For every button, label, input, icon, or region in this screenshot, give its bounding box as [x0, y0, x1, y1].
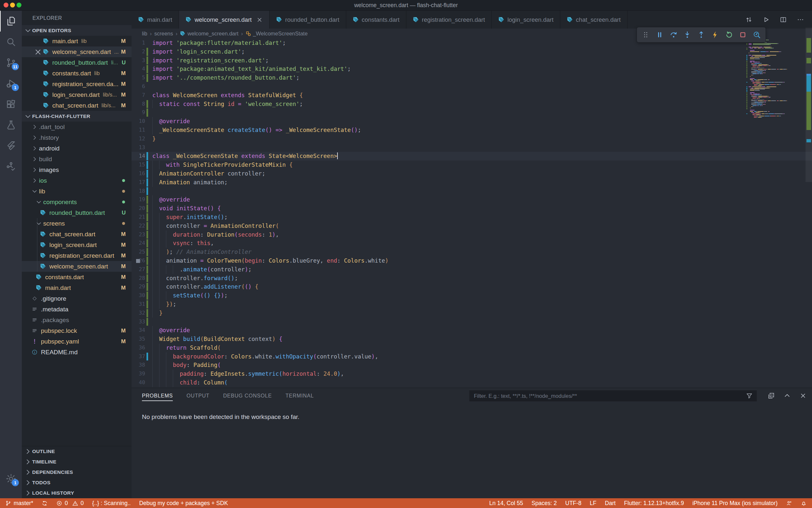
feedback-icon[interactable]: [786, 500, 792, 506]
line-number[interactable]: 12: [132, 134, 145, 143]
code-line-22[interactable]: 22 controller = AnimationController(: [132, 222, 812, 230]
code-line-9[interactable]: 9: [132, 108, 812, 117]
tree-item-README.md[interactable]: README.md: [22, 347, 132, 357]
git-branch-status[interactable]: master*: [5, 500, 33, 507]
line-number[interactable]: 13: [132, 143, 145, 152]
minimap[interactable]: [747, 40, 806, 365]
code-line-20[interactable]: 20 void initState() {: [132, 204, 812, 213]
sidebar-section-outline[interactable]: OUTLINE: [22, 446, 132, 457]
cursor-position-status[interactable]: Ln 14, Col 55: [489, 500, 523, 507]
close-panel-icon[interactable]: [799, 392, 807, 399]
line-number[interactable]: 4: [132, 65, 145, 74]
tree-item-screens[interactable]: screens: [22, 218, 132, 229]
open-editor-rounded_button.dart[interactable]: rounded_button.dartli...U: [22, 57, 132, 68]
activity-flutter[interactable]: [0, 135, 22, 156]
sidebar-section-todos[interactable]: TODOS: [22, 477, 132, 488]
tab-rounded_button.dart[interactable]: rounded_button.dart: [270, 11, 346, 29]
code-line-11[interactable]: 11 _WelcomeScreenState createState() => …: [132, 126, 812, 134]
line-number[interactable]: 38: [132, 361, 145, 370]
code-line-28[interactable]: 28 controller.forward();: [132, 274, 812, 283]
tree-item-pubspec.lock[interactable]: pubspec.lockM: [22, 325, 132, 336]
more-actions-icon[interactable]: [797, 16, 804, 24]
line-number[interactable]: 24: [132, 239, 145, 248]
open-editor-chat_screen.dart[interactable]: chat_screen.dartlib/s...M: [22, 100, 132, 111]
line-number[interactable]: 20: [132, 204, 145, 213]
activity-explorer[interactable]: [0, 11, 22, 32]
tree-item-constants.dart[interactable]: constants.dartM: [22, 272, 132, 283]
code-line-14[interactable]: 14class _WelcomeScreenState extends Stat…: [132, 152, 812, 161]
line-number[interactable]: 34: [132, 326, 145, 335]
code-line-5[interactable]: 5import '../components/rounded_button.da…: [132, 74, 812, 82]
line-number[interactable]: 5: [132, 74, 145, 82]
code-line-21[interactable]: 21 super.initState();: [132, 213, 812, 222]
code-line-35[interactable]: 35 Widget build(BuildContext context) {: [132, 335, 812, 344]
code-line-13[interactable]: 13: [132, 143, 812, 152]
code-line-25[interactable]: 25 ); // AnimationController: [132, 248, 812, 256]
line-number[interactable]: 18: [132, 187, 145, 196]
activity-test[interactable]: [0, 115, 22, 135]
activity-source-control[interactable]: 11: [0, 52, 22, 73]
debug-config-status[interactable]: Debug my code + packages + SDK: [139, 500, 228, 507]
split-editor-icon[interactable]: [779, 16, 787, 24]
close-icon[interactable]: [256, 16, 263, 23]
tree-item-chat_screen.dart[interactable]: chat_screen.dartM: [22, 229, 132, 240]
line-number[interactable]: 14: [132, 152, 145, 161]
line-number[interactable]: 29: [132, 283, 145, 291]
activity-search[interactable]: [0, 32, 22, 52]
line-number[interactable]: 39: [132, 370, 145, 378]
tree-item-components[interactable]: components: [22, 197, 132, 207]
panel-tab-debug-console[interactable]: DEBUG CONSOLE: [223, 388, 272, 404]
code-line-15[interactable]: 15 with SingleTickerProviderStateMixin {: [132, 161, 812, 169]
panel-tab-output[interactable]: OUTPUT: [186, 388, 209, 404]
tree-item-lib[interactable]: lib: [22, 186, 132, 197]
line-number[interactable]: 40: [132, 378, 145, 387]
line-number[interactable]: 37: [132, 352, 145, 361]
language-status[interactable]: Dart: [605, 500, 616, 507]
run-icon[interactable]: [762, 16, 770, 24]
line-number[interactable]: 22: [132, 222, 145, 230]
pause-button[interactable]: [655, 30, 664, 39]
breadcrumb-_WelcomeScreenState[interactable]: _WelcomeScreenState: [246, 31, 307, 37]
line-number[interactable]: 30: [132, 291, 145, 300]
open-editor-login_screen.dart[interactable]: login_screen.dartlib/s...M: [22, 89, 132, 100]
line-number[interactable]: 23: [132, 230, 145, 239]
line-number[interactable]: 28: [132, 274, 145, 283]
tree-item-pubspec.yaml[interactable]: pubspec.yamlM: [22, 336, 132, 347]
line-number[interactable]: 11: [132, 126, 145, 134]
tab-login_screen.dart[interactable]: login_screen.dart: [492, 11, 560, 29]
tree-item-rounded_button.dart[interactable]: rounded_button.dartU: [22, 207, 132, 218]
tab-welcome_screen.dart[interactable]: welcome_screen.dart: [179, 11, 270, 29]
step-into-button[interactable]: [683, 30, 692, 39]
line-number[interactable]: 33: [132, 318, 145, 326]
code-line-17[interactable]: 17 Animation animation;: [132, 178, 812, 187]
line-number[interactable]: 17: [132, 178, 145, 187]
tab-chat_screen.dart[interactable]: chat_screen.dart: [560, 11, 627, 29]
line-number[interactable]: 25: [132, 248, 145, 256]
restart-button[interactable]: [725, 30, 734, 39]
line-number[interactable]: 10: [132, 117, 145, 126]
code-line-27[interactable]: 27 .animate(controller);: [132, 265, 812, 274]
tree-item-.dart_tool[interactable]: .dart_tool: [22, 122, 132, 132]
tab-constants.dart[interactable]: constants.dart: [346, 11, 406, 29]
tree-item-main.dart[interactable]: main.dartM: [22, 283, 132, 293]
code-line-29[interactable]: 29 controller.addListener(() {: [132, 283, 812, 291]
maximize-panel-icon[interactable]: [783, 392, 791, 399]
line-number[interactable]: 19: [132, 195, 145, 204]
code-line-37[interactable]: 37 backgroundColor: Colors.white.withOpa…: [132, 352, 812, 361]
line-number[interactable]: 16: [132, 169, 145, 178]
open-editors-header[interactable]: OPEN EDITORS: [22, 25, 132, 36]
tree-item-registration_screen.dart[interactable]: registration_screen.dartM: [22, 250, 132, 261]
sidebar-section-timeline[interactable]: TIMELINE: [22, 457, 132, 467]
panel-tab-problems[interactable]: PROBLEMS: [142, 388, 173, 404]
tab-registration_screen.dart[interactable]: registration_screen.dart: [406, 11, 492, 29]
open-editor-registration_screen.da...[interactable]: registration_screen.da...M: [22, 79, 132, 89]
open-editor-constants.dart[interactable]: constants.dartlibM: [22, 68, 132, 79]
code-line-4[interactable]: 4import 'package:animated_text_kit/anima…: [132, 65, 812, 74]
breadcrumb-screens[interactable]: screens: [154, 31, 173, 37]
code-line-32[interactable]: 32 }: [132, 309, 812, 318]
code-line-3[interactable]: 3import 'registration_screen.dart';: [132, 56, 812, 65]
analysis-status[interactable]: {..} : Scanning..: [92, 500, 131, 507]
filter-icon[interactable]: [746, 392, 753, 399]
tree-item-build[interactable]: build: [22, 154, 132, 164]
line-number[interactable]: 7: [132, 91, 145, 100]
